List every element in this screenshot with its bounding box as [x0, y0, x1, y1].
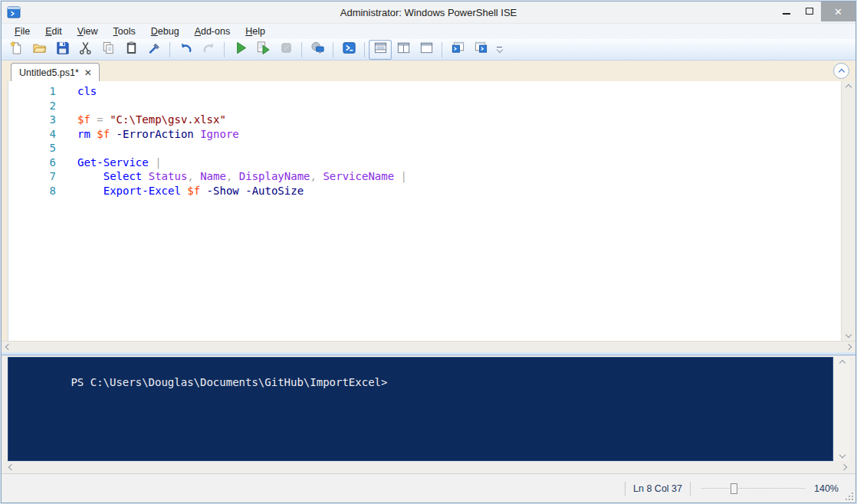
toolbar-separator	[169, 42, 170, 57]
toolbar-separator	[333, 42, 333, 57]
code-line[interactable]: 5	[8, 141, 841, 155]
status-separator	[690, 482, 691, 496]
scroll-up-icon[interactable]	[846, 84, 852, 90]
script-tab-strip: Untitled5.ps1* ✕	[2, 61, 855, 81]
show-script-pane-maximized-button[interactable]	[415, 40, 438, 60]
status-separator	[625, 482, 626, 496]
code-line[interactable]: 6Get-Service |	[8, 155, 841, 170]
menu-item-addons[interactable]: Add-ons	[188, 25, 238, 38]
console-prompt: PS C:\Users\Douglas\Documents\GitHub\Imp…	[71, 376, 387, 388]
run-selection-button[interactable]	[251, 40, 274, 60]
code-text: Export-Excel $f -Show -AutoSize	[56, 184, 304, 198]
code-line[interactable]: 4rm $f -ErrorAction Ignore	[8, 127, 841, 142]
scissors-icon	[78, 41, 93, 58]
chevron-up-icon	[838, 69, 844, 75]
new-remote-powershell-tab-button[interactable]	[306, 40, 329, 60]
clipboard-icon	[124, 41, 139, 58]
new-script-button[interactable]	[5, 40, 28, 60]
show-script-pane-top-button[interactable]	[369, 40, 392, 60]
line-number: 2	[8, 99, 56, 113]
script-tab-untitled5[interactable]: Untitled5.ps1* ✕	[11, 63, 100, 81]
toolbar-separator	[364, 42, 365, 57]
title-bar: Administrator: Windows PowerShell ISE ✕	[2, 2, 855, 23]
minimize-button[interactable]	[775, 2, 798, 20]
scroll-down-icon[interactable]	[846, 332, 852, 338]
code-line[interactable]: 3$f = "C:\Temp\gsv.xlsx"	[8, 113, 841, 127]
menu-item-help[interactable]: Help	[238, 25, 272, 38]
maximize-icon	[806, 8, 813, 15]
menu-item-debug[interactable]: Debug	[144, 25, 186, 38]
zoom-slider[interactable]	[701, 482, 805, 496]
menu-item-edit[interactable]: Edit	[38, 25, 69, 38]
new-file-icon	[9, 41, 24, 58]
menu-item-file[interactable]: File	[8, 25, 37, 38]
undo-arrow-icon	[179, 41, 193, 58]
show-script-pane-right-button[interactable]	[392, 40, 415, 60]
toolbar	[2, 39, 855, 61]
paste-button[interactable]	[120, 40, 143, 60]
close-icon: ✕	[834, 6, 842, 18]
scroll-right-icon[interactable]	[841, 464, 847, 470]
code-line[interactable]: 7 Select Status, Name, DisplayName, Serv…	[8, 169, 841, 184]
ps-window-right-icon	[474, 41, 488, 58]
layout-top-icon	[373, 41, 388, 58]
console-horizontal-scrollbar[interactable]	[8, 461, 849, 473]
save-icon	[55, 41, 70, 58]
zoom-slider-track[interactable]	[701, 488, 805, 489]
run-script-button[interactable]	[228, 40, 251, 60]
line-number: 5	[8, 141, 56, 155]
start-powershell-exe-button[interactable]	[337, 40, 360, 60]
editor-vertical-scrollbar[interactable]	[841, 81, 855, 341]
scroll-up-icon[interactable]	[839, 360, 845, 366]
save-script-button[interactable]	[51, 40, 74, 60]
scroll-down-icon[interactable]	[839, 452, 845, 458]
code-text: Select Status, Name, DisplayName, Servic…	[56, 169, 407, 184]
code-text	[56, 99, 77, 113]
collapse-script-pane-button[interactable]	[833, 63, 849, 79]
run-play-icon	[233, 41, 248, 58]
line-number: 3	[8, 113, 56, 127]
stop-operation-button	[274, 40, 297, 60]
code-text: cls	[56, 84, 97, 99]
toolbar-overflow-button[interactable]	[497, 47, 502, 52]
zoom-slider-thumb[interactable]	[731, 483, 737, 494]
copy-button[interactable]	[97, 40, 120, 60]
console-pane: PS C:\Users\Douglas\Documents\GitHub\Imp…	[2, 355, 855, 473]
script-code-area[interactable]: 1cls23$f = "C:\Temp\gsv.xlsx"4rm $f -Err…	[8, 81, 841, 341]
clear-console-pane-button[interactable]	[143, 40, 166, 60]
scroll-right-icon[interactable]	[846, 344, 852, 350]
line-number: 1	[8, 84, 56, 99]
tab-close-icon[interactable]: ✕	[84, 68, 92, 77]
toolbar-separator	[442, 42, 442, 57]
powershell-box-icon	[342, 41, 356, 58]
close-button[interactable]: ✕	[821, 2, 855, 21]
code-line[interactable]: 2	[8, 99, 841, 113]
status-bar: Ln 8 Col 37 140%	[2, 473, 855, 502]
new-powershell-tab-button[interactable]	[469, 40, 492, 60]
scroll-left-icon[interactable]	[8, 464, 15, 470]
console-vertical-scrollbar[interactable]	[835, 357, 849, 461]
code-line[interactable]: 8 Export-Excel $f -Show -AutoSize	[8, 184, 841, 198]
scroll-left-icon[interactable]	[5, 344, 11, 350]
layout-max-icon	[419, 41, 434, 58]
chevron-down-icon	[496, 47, 502, 53]
line-number: 4	[8, 127, 56, 142]
editor-horizontal-scrollbar[interactable]	[2, 341, 855, 352]
line-number: 6	[8, 155, 56, 170]
menu-item-view[interactable]: View	[71, 25, 105, 38]
resize-grip-icon[interactable]	[845, 492, 854, 501]
undo-button[interactable]	[174, 40, 197, 60]
line-number: 8	[8, 184, 56, 198]
cut-button[interactable]	[74, 40, 97, 60]
menu-bar: FileEditViewToolsDebugAdd-onsHelp	[2, 23, 855, 39]
clear-console-icon	[147, 41, 162, 58]
minimize-icon	[783, 13, 790, 15]
open-script-button[interactable]	[28, 40, 51, 60]
zoom-level: 140%	[808, 483, 839, 494]
menu-item-tools[interactable]: Tools	[107, 25, 143, 38]
console-input-area[interactable]: PS C:\Users\Douglas\Documents\GitHub\Imp…	[8, 357, 833, 461]
maximize-button[interactable]	[798, 2, 821, 20]
redo-button	[197, 40, 220, 60]
code-line[interactable]: 1cls	[8, 84, 841, 99]
show-command-window-button[interactable]	[446, 40, 469, 60]
